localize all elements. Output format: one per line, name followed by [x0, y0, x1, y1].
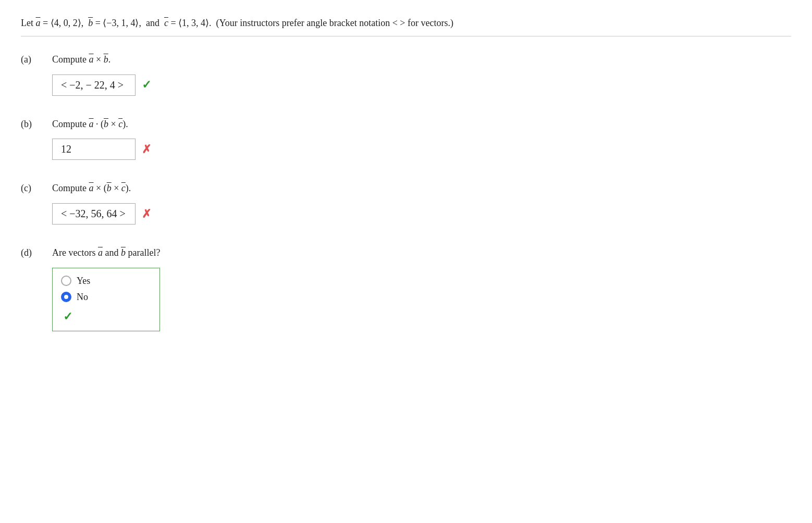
part-b-answer-value: 12	[61, 143, 71, 155]
part-d: (d) Are vectors a and b parallel? Yes No…	[21, 245, 791, 331]
part-b-content: Compute a · (b × c). 12 ✗	[52, 117, 151, 160]
part-d-no-radio[interactable]	[61, 292, 71, 302]
part-d-question: Are vectors a and b parallel?	[52, 245, 160, 260]
part-c-content: Compute a × (b × c). < −32, 56, 64 > ✗	[52, 181, 151, 225]
part-c-label: (c)	[21, 181, 52, 194]
part-c-answer-row: < −32, 56, 64 > ✗	[52, 203, 151, 225]
part-d-no-option[interactable]: No	[61, 292, 149, 303]
part-b-cross-icon: ✗	[142, 143, 151, 156]
part-b-answer-row: 12 ✗	[52, 139, 151, 160]
part-d-label: (d)	[21, 245, 52, 258]
part-d-radio-box: Yes No ✓	[52, 268, 160, 331]
part-b-answer-box[interactable]: 12	[52, 139, 136, 160]
var-b-label: b	[88, 18, 93, 28]
part-a-content: Compute a × b. < −2, − 22, 4 > ✓	[52, 52, 151, 96]
part-c-answer-value: < −32, 56, 64 >	[61, 208, 126, 219]
var-a-label: a	[36, 18, 41, 28]
part-a: (a) Compute a × b. < −2, − 22, 4 > ✓	[21, 52, 791, 96]
part-a-answer-row: < −2, − 22, 4 > ✓	[52, 74, 151, 96]
part-d-yes-option[interactable]: Yes	[61, 276, 149, 287]
part-d-content: Are vectors a and b parallel? Yes No ✓	[52, 245, 160, 331]
part-c-answer-box[interactable]: < −32, 56, 64 >	[52, 203, 136, 225]
part-a-check-icon: ✓	[142, 78, 151, 92]
part-b-question: Compute a · (b × c).	[52, 117, 151, 132]
part-d-check-icon: ✓	[63, 310, 149, 323]
part-a-question: Compute a × b.	[52, 52, 151, 67]
part-c-question: Compute a × (b × c).	[52, 181, 151, 196]
part-a-answer-value: < −2, − 22, 4 >	[61, 79, 124, 91]
part-c: (c) Compute a × (b × c). < −32, 56, 64 >…	[21, 181, 791, 225]
part-a-label: (a)	[21, 52, 52, 65]
part-b: (b) Compute a · (b × c). 12 ✗	[21, 117, 791, 160]
problem-header: Let a = ⟨4, 0, 2⟩, b = ⟨−3, 1, 4⟩, and c…	[21, 16, 791, 36]
part-a-answer-box[interactable]: < −2, − 22, 4 >	[52, 74, 136, 96]
part-b-label: (b)	[21, 117, 52, 130]
part-d-yes-radio[interactable]	[61, 276, 71, 286]
notation-note: (Your instructors prefer angle bracket n…	[216, 18, 453, 28]
part-d-no-label: No	[77, 292, 88, 303]
part-d-yes-label: Yes	[77, 276, 90, 287]
var-c-label: c	[164, 18, 168, 28]
part-c-cross-icon: ✗	[142, 207, 151, 221]
